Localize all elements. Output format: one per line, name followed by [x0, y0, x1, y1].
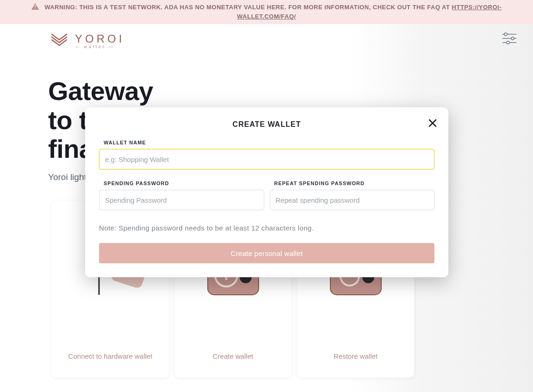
- spending-password-input[interactable]: [99, 190, 264, 210]
- create-wallet-modal: CREATE WALLET WALLET NAME SPENDING PASSW…: [85, 107, 448, 277]
- repeat-spending-password-input[interactable]: [270, 190, 435, 210]
- wallet-name-label: WALLET NAME: [104, 140, 434, 145]
- spending-password-label: SPENDING PASSWORD: [104, 180, 264, 186]
- modal-title: CREATE WALLET: [99, 120, 434, 129]
- password-note: Note: Spending password needs to be at l…: [99, 224, 434, 232]
- repeat-spending-password-label: REPEAT SPENDING PASSWORD: [274, 180, 435, 186]
- wallet-name-input[interactable]: [99, 149, 434, 169]
- close-icon[interactable]: [427, 118, 438, 129]
- create-personal-wallet-button[interactable]: Create personal wallet: [99, 243, 434, 263]
